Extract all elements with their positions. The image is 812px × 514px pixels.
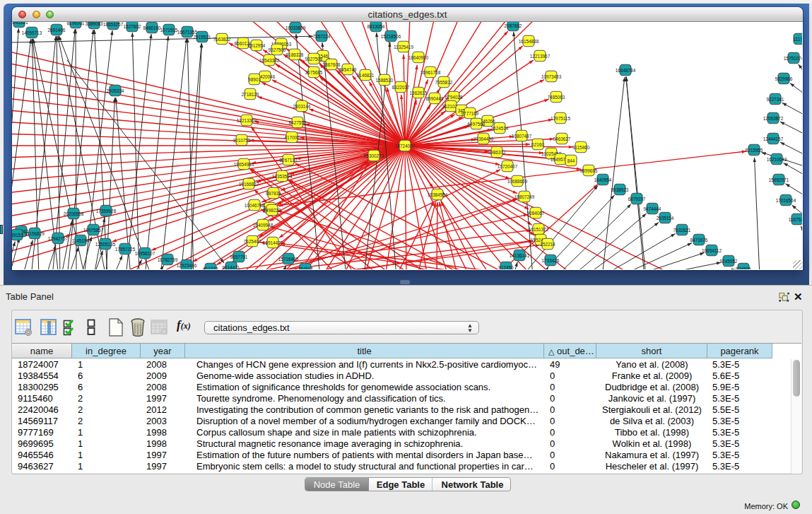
svg-text:8813054: 8813054: [367, 24, 385, 29]
svg-text:10688609: 10688609: [507, 179, 528, 184]
svg-text:9084067: 9084067: [527, 211, 545, 216]
svg-text:16543382: 16543382: [259, 58, 280, 63]
svg-text:1362615: 1362615: [410, 90, 428, 95]
svg-text:252214: 252214: [540, 242, 555, 247]
svg-text:8215955: 8215955: [746, 148, 763, 153]
svg-text:811223: 811223: [204, 267, 218, 270]
svg-text:7986372: 7986372: [488, 150, 506, 155]
svg-text:9245052: 9245052: [720, 259, 738, 264]
svg-text:3675685: 3675685: [305, 70, 323, 75]
svg-text:2935114: 2935114: [657, 216, 674, 221]
svg-text:16914479: 16914479: [263, 240, 283, 245]
svg-text:8990448: 8990448: [426, 96, 444, 101]
svg-text:8938923: 8938923: [611, 187, 629, 192]
svg-text:2718126: 2718126: [242, 92, 259, 97]
svg-text:9329966: 9329966: [775, 76, 793, 81]
svg-text:9777169: 9777169: [461, 111, 479, 116]
svg-text:62160: 62160: [531, 142, 544, 147]
svg-text:417006: 417006: [284, 135, 300, 140]
svg-text:12505135: 12505135: [95, 242, 116, 247]
svg-text:7357224: 7357224: [313, 34, 331, 39]
svg-text:18724007: 18724007: [395, 144, 416, 148]
svg-text:9899695: 9899695: [580, 168, 598, 173]
svg-text:6794028: 6794028: [445, 95, 463, 100]
svg-text:9314471: 9314471: [223, 265, 240, 270]
svg-text:20364436: 20364436: [473, 136, 494, 141]
svg-text:12923446: 12923446: [177, 263, 197, 268]
svg-text:7663822: 7663822: [213, 37, 231, 42]
svg-text:2087682: 2087682: [505, 23, 522, 28]
svg-text:18653257: 18653257: [103, 22, 124, 27]
svg-text:7625402: 7625402: [244, 239, 261, 244]
svg-text:924505: 924505: [736, 267, 751, 270]
svg-text:1527602: 1527602: [124, 24, 141, 29]
svg-text:20206558: 20206558: [64, 211, 84, 216]
svg-text:1640954: 1640954: [594, 177, 612, 182]
svg-text:14136141: 14136141: [510, 253, 530, 258]
svg-text:16409948: 16409948: [253, 223, 273, 228]
svg-text:6879197: 6879197: [628, 197, 646, 201]
svg-text:12213369: 12213369: [237, 118, 257, 123]
svg-text:25300273: 25300273: [364, 153, 384, 158]
svg-text:15751074: 15751074: [784, 56, 802, 61]
svg-text:2691406: 2691406: [48, 28, 66, 33]
svg-text:844: 844: [567, 158, 575, 163]
svg-text:11325419: 11325419: [394, 45, 413, 49]
svg-text:10975857: 10975857: [83, 228, 104, 233]
svg-text:8196001: 8196001: [67, 22, 85, 25]
svg-text:17016504: 17016504: [776, 198, 796, 203]
svg-text:3389083: 3389083: [86, 22, 103, 26]
svg-text:8267130: 8267130: [280, 158, 298, 163]
svg-text:12213967: 12213967: [530, 54, 551, 59]
svg-text:12975115: 12975115: [551, 116, 570, 121]
svg-text:1043321: 1043321: [12, 22, 28, 25]
svg-text:14055713: 14055713: [22, 30, 42, 35]
svg-text:3624514: 3624514: [491, 126, 509, 131]
svg-text:10958107: 10958107: [135, 251, 155, 256]
svg-text:10046768: 10046768: [245, 203, 265, 208]
svg-text:8427552: 8427552: [289, 120, 307, 125]
svg-text:2867608: 2867608: [323, 62, 341, 67]
svg-text:8186328: 8186328: [286, 52, 304, 57]
svg-text:912450: 912450: [498, 265, 514, 270]
svg-text:8322037: 8322037: [392, 85, 410, 90]
svg-text:15692971: 15692971: [769, 177, 789, 182]
svg-text:98901: 98901: [248, 77, 261, 82]
svg-text:16648784: 16648784: [616, 68, 636, 73]
svg-text:15720407: 15720407: [498, 164, 518, 169]
svg-text:12942757: 12942757: [48, 236, 69, 241]
svg-text:17359928: 17359928: [96, 209, 117, 214]
svg-text:11156829: 11156829: [25, 231, 45, 236]
svg-text:10807487: 10807487: [512, 134, 532, 139]
svg-text:9115460: 9115460: [572, 145, 590, 150]
svg-text:16033809: 16033809: [286, 25, 306, 30]
svg-text:19654983: 19654983: [234, 162, 254, 167]
svg-text:9657791: 9657791: [230, 255, 248, 259]
svg-text:2905334: 2905334: [107, 88, 124, 93]
svg-text:9327500: 9327500: [269, 47, 286, 52]
svg-text:16210643: 16210643: [767, 157, 787, 162]
svg-text:12093872: 12093872: [763, 116, 784, 121]
svg-text:18807249: 18807249: [514, 194, 535, 199]
svg-text:7485063: 7485063: [548, 95, 565, 100]
svg-text:8466160: 8466160: [143, 25, 161, 30]
svg-text:1071915: 1071915: [160, 28, 178, 33]
svg-text:19384554: 19384554: [428, 192, 448, 197]
svg-text:16151372: 16151372: [529, 227, 549, 232]
svg-text:10654112: 10654112: [702, 248, 722, 253]
svg-text:754913: 754913: [298, 267, 313, 270]
svg-text:15716485: 15716485: [278, 257, 299, 262]
svg-text:12444157: 12444157: [763, 136, 784, 141]
svg-text:15218506: 15218506: [381, 34, 401, 39]
svg-text:16961758: 16961758: [420, 70, 441, 75]
svg-text:6497568: 6497568: [468, 122, 486, 127]
svg-text:7515521: 7515521: [194, 35, 211, 40]
svg-text:9474444: 9474444: [644, 206, 661, 211]
svg-text:11172: 11172: [794, 37, 802, 42]
svg-text:39151: 39151: [12, 233, 23, 238]
svg-text:8454749: 8454749: [339, 67, 357, 72]
svg-text:9227341: 9227341: [767, 97, 784, 102]
svg-text:1145194: 1145194: [72, 238, 90, 243]
svg-text:16671355: 16671355: [177, 30, 198, 35]
svg-text:8471676: 8471676: [690, 238, 708, 243]
